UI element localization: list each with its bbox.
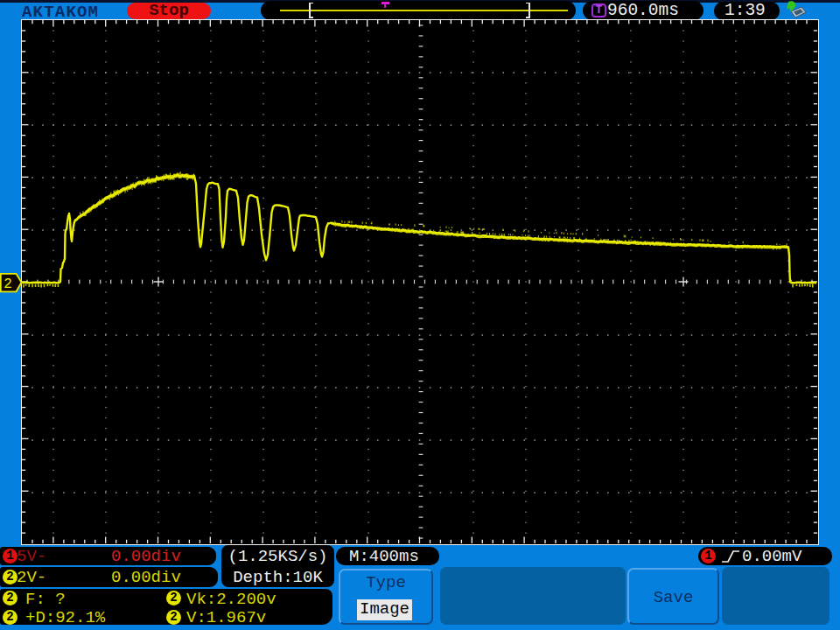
svg-text:2: 2 xyxy=(4,276,12,292)
